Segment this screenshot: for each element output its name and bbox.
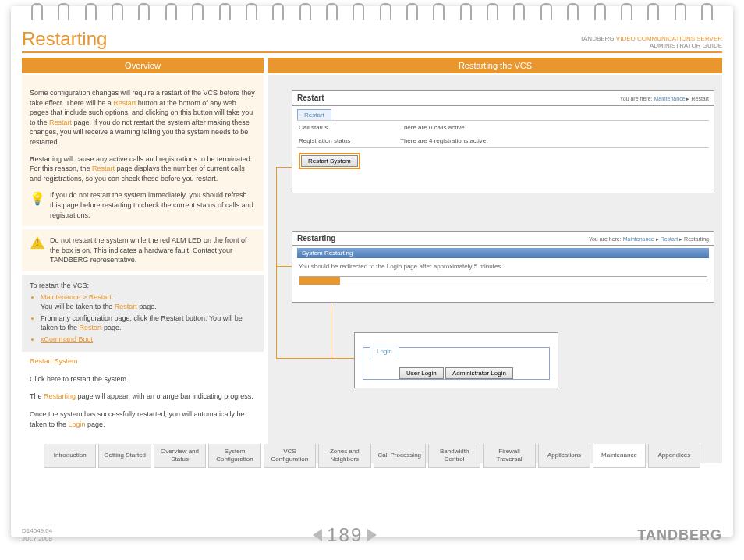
prev-page-icon[interactable] xyxy=(313,529,322,541)
login-panel: Login User Login Administrator Login xyxy=(354,332,558,388)
header-subtitle: TANDBERG VIDEO COMMUNICATIONS SERVERADMI… xyxy=(580,35,722,50)
restart-panel: RestartYou are here: Maintenance ▸ Resta… xyxy=(292,90,714,193)
progress-bar xyxy=(299,276,707,285)
tab-applications[interactable]: Applications xyxy=(538,444,590,468)
banner-overview: Overview xyxy=(22,58,264,73)
tab-login[interactable]: Login xyxy=(370,346,399,356)
tab-getting-started[interactable]: Getting Started xyxy=(98,444,151,468)
page-title: Restarting xyxy=(22,28,107,50)
xcommand-link[interactable]: xCommand Boot xyxy=(41,335,93,343)
doc-id: D14049.04JULY 2008 xyxy=(22,527,52,542)
tab-system-config[interactable]: System Configuration xyxy=(208,444,260,468)
howto-box: To restart the VCS: Maintenance > Restar… xyxy=(22,275,264,353)
restart-system-button[interactable]: Restart System xyxy=(301,155,358,167)
tab-vcs-config[interactable]: VCS Configuration xyxy=(264,444,316,468)
tab-restart[interactable]: Restart xyxy=(297,109,331,120)
brand-logo: TANDBERG xyxy=(637,527,722,544)
breadcrumb: You are here: Maintenance ▸ Restart xyxy=(620,96,709,102)
tab-overview-status[interactable]: Overview and Status xyxy=(154,444,206,468)
overview-text: Some configuration changes will require … xyxy=(22,75,264,226)
admin-login-button[interactable]: Administrator Login xyxy=(445,367,513,379)
restart-system-desc: Restart System Click here to restart the… xyxy=(22,356,264,431)
user-login-button[interactable]: User Login xyxy=(399,367,444,379)
restarting-panel: RestartingYou are here: Maintenance ▸ Re… xyxy=(292,231,714,303)
lightbulb-icon: 💡 xyxy=(30,190,45,220)
page-number: 189 xyxy=(313,524,377,546)
warning-icon xyxy=(30,236,45,265)
tab-firewall[interactable]: Firewall Traversal xyxy=(483,444,535,468)
nav-tabs: Introduction Getting Started Overview an… xyxy=(44,444,700,468)
tab-maintenance[interactable]: Maintenance xyxy=(593,444,645,468)
next-page-icon[interactable] xyxy=(367,529,377,541)
banner-restarting: Restarting the VCS xyxy=(268,58,722,73)
tab-call-processing[interactable]: Call Processing xyxy=(374,444,426,468)
tab-zones[interactable]: Zones and Neighbors xyxy=(318,444,370,468)
tab-appendices[interactable]: Appendices xyxy=(648,444,700,468)
tab-introduction[interactable]: Introduction xyxy=(44,444,96,468)
tab-bandwidth[interactable]: Bandwidth Control xyxy=(428,444,480,468)
warning-box: Do not restart the system while the red … xyxy=(22,229,264,271)
